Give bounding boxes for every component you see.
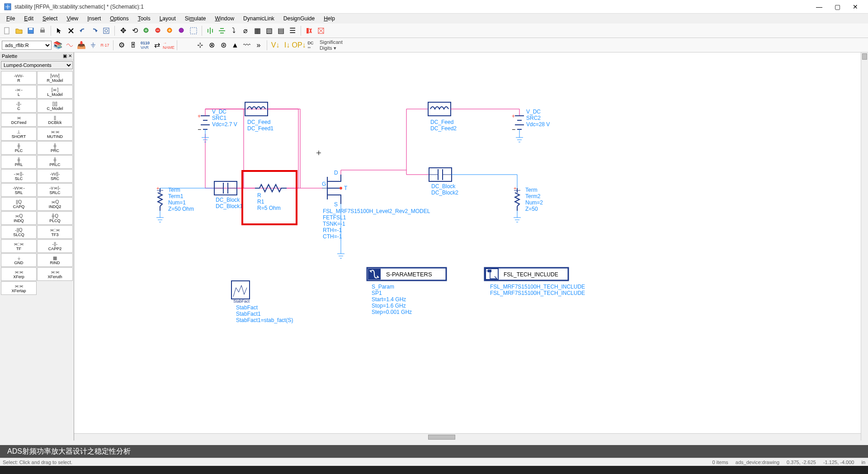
i-probe-icon[interactable]: I↓: [282, 40, 292, 51]
redo-icon[interactable]: [89, 25, 100, 36]
arrow-icon[interactable]: »: [253, 40, 264, 51]
palette-plcq[interactable]: ╫QPLCQ: [37, 211, 73, 225]
menu-window[interactable]: Window: [210, 14, 239, 23]
palette-srlc[interactable]: -v⫘|-SRLC: [37, 183, 73, 197]
comp-stabfact[interactable]: StabFact StabFact StabFact1 StabFact1=st…: [231, 281, 293, 323]
menu-tools[interactable]: Tools: [133, 14, 155, 23]
sig-digits-label[interactable]: SignificantDigits ▾: [317, 39, 345, 50]
palette-prl[interactable]: ╫PRL: [1, 155, 37, 169]
palette-indq[interactable]: ⫘QINDQ: [1, 211, 37, 225]
short-icon[interactable]: [304, 25, 315, 36]
deactivate-icon[interactable]: ⌀: [240, 25, 251, 36]
menu-help[interactable]: Help: [319, 14, 340, 23]
zoom-sel-icon[interactable]: [165, 25, 175, 36]
swap-icon[interactable]: ⇄: [151, 40, 162, 51]
rotate-icon[interactable]: ⟲: [129, 25, 140, 36]
v-probe-icon[interactable]: V↓: [270, 40, 281, 51]
undo-icon[interactable]: [77, 25, 88, 36]
name-icon[interactable]: 📥: [76, 40, 87, 51]
palette-mutind[interactable]: ⫘⫘MUTIND: [37, 127, 73, 141]
move-icon[interactable]: ✥: [118, 25, 128, 36]
palette-prc[interactable]: ╫PRC: [37, 141, 73, 155]
menu-layout[interactable]: Layout: [155, 14, 180, 23]
wire-icon[interactable]: [64, 40, 75, 51]
palette-short[interactable]: ⊥SHORT: [1, 127, 37, 141]
comp-term2[interactable]: + Term Term2 Num=2 Z=50: [514, 185, 543, 212]
comp-term1[interactable]: + Term Term1 Num=1 Z=50 Ohm: [156, 185, 194, 212]
library-icon[interactable]: 📚: [52, 40, 63, 51]
menu-select[interactable]: Select: [38, 14, 62, 23]
component-combo[interactable]: ads_rflib:R: [2, 41, 52, 50]
comp-vdc1[interactable]: + − V_DC SRC1 Vdc=2.7 V: [198, 109, 237, 133]
palette-slcq[interactable]: -||QSLCQ: [1, 225, 37, 239]
comp-dcfeed2[interactable]: DC_Feed DC_Feed2: [428, 102, 457, 132]
palette-xferp[interactable]: ⫘⫘XFerp: [1, 267, 37, 281]
cursor-icon[interactable]: [54, 25, 65, 36]
comp-tech-include[interactable]: FSL_TECH_INCLUDE FSL_MRF7S15100H_TECH_IN…: [485, 268, 585, 296]
palette-capp2[interactable]: -||-CAPP2: [37, 239, 73, 253]
schematic-canvas[interactable]: + − V_DC SRC1 Vdc=2.7 V DC_Feed DC_Feed1: [74, 52, 868, 441]
print-icon[interactable]: [37, 25, 48, 36]
palette-indq2[interactable]: ⫘QINDQ2: [37, 197, 73, 211]
sim-icon[interactable]: ⚙: [116, 40, 127, 51]
close-button[interactable]: ✕: [846, 1, 864, 12]
hierarchy-icon[interactable]: ☰: [287, 25, 298, 36]
palette-c[interactable]: -||-C: [1, 99, 37, 113]
palette-category[interactable]: Lumped-Components: [1, 61, 73, 69]
op-probe-icon[interactable]: OP↓: [293, 40, 304, 51]
dc-probe-icon[interactable]: DC▫▫: [305, 40, 316, 51]
probe5-icon[interactable]: 〰: [241, 40, 252, 51]
palette-xfertap[interactable]: ⫘⫘XFertap: [1, 281, 37, 295]
save-icon[interactable]: [25, 25, 36, 36]
menu-insert[interactable]: Insert: [83, 14, 105, 23]
comp-dcblock1[interactable]: DC_Block DC_Block1: [214, 181, 243, 209]
mirror-h-icon[interactable]: [205, 25, 216, 36]
menu-simulate[interactable]: Simulate: [180, 14, 211, 23]
comp-dcfeed1[interactable]: DC_Feed DC_Feed1: [245, 102, 274, 132]
delete-icon[interactable]: [66, 25, 76, 36]
menu-edit[interactable]: Edit: [19, 14, 38, 23]
palette-capq[interactable]: ||QCAPQ: [1, 197, 37, 211]
R17-icon[interactable]: R·17: [99, 40, 110, 51]
new-icon[interactable]: [2, 25, 13, 36]
scrollbar-vertical[interactable]: [861, 52, 868, 441]
scroll-thumb-v[interactable]: [862, 53, 867, 60]
zoom-all-icon[interactable]: [101, 25, 112, 36]
ground-icon[interactable]: [88, 40, 99, 51]
palette-tf[interactable]: ⫘:⫘TF: [1, 239, 37, 253]
zoom-fit-icon[interactable]: [176, 25, 187, 36]
menu-file[interactable]: File: [2, 14, 19, 23]
palette-lmodel[interactable]: [⫘]L_Model: [37, 85, 73, 99]
palette-rmodel[interactable]: [vvv]R_Model: [37, 71, 73, 85]
maximize-button[interactable]: ▢: [828, 1, 846, 12]
minimize-button[interactable]: —: [810, 1, 828, 12]
menu-view[interactable]: View: [62, 14, 83, 23]
zoom-in-icon[interactable]: [141, 25, 152, 36]
scroll-thumb-h[interactable]: [428, 435, 455, 440]
zoom-out-icon[interactable]: [153, 25, 164, 36]
palette-r[interactable]: -vvv-R: [1, 71, 37, 85]
menu-dynamiclink[interactable]: DynamicLink: [239, 14, 279, 23]
comp-dcblock2[interactable]: DC_Block DC_Block2: [429, 168, 458, 196]
menu-options[interactable]: Options: [105, 14, 133, 23]
open-icon[interactable]: [14, 25, 24, 36]
push-icon[interactable]: ▦: [252, 25, 263, 36]
palette-prlc[interactable]: ╫PRLC: [37, 155, 73, 169]
probe2-icon[interactable]: ⊗: [206, 40, 217, 51]
palette-srl[interactable]: -vv⫘-SRL: [1, 183, 37, 197]
probe3-icon[interactable]: ⊛: [218, 40, 229, 51]
palette-xferuth[interactable]: ⫘⫘XFeruth: [37, 267, 73, 281]
namelbl-icon[interactable]: →NAME: [163, 40, 174, 51]
palette-controls[interactable]: ▣ ✕: [63, 53, 72, 59]
palette-tf3[interactable]: ⫘:⫘TF3: [37, 225, 73, 239]
zoom-area-icon[interactable]: [188, 25, 199, 36]
palette-plc[interactable]: ╫PLC: [1, 141, 37, 155]
menu-designguide[interactable]: DesignGuide: [279, 14, 319, 23]
palette-cmodel[interactable]: [||]C_Model: [37, 99, 73, 113]
palette-dcfeed[interactable]: ⫘DCFeed: [1, 113, 37, 127]
comp-sparam[interactable]: S-PARAMETERS S_Param SP1 Start=1.4 GHz S…: [367, 268, 446, 315]
layers-icon[interactable]: ▤: [275, 25, 286, 36]
scrollbar-horizontal[interactable]: [74, 433, 861, 441]
palette-src[interactable]: -vv||-SRC: [37, 169, 73, 183]
palette-gnd[interactable]: ⏚GND: [1, 253, 37, 267]
